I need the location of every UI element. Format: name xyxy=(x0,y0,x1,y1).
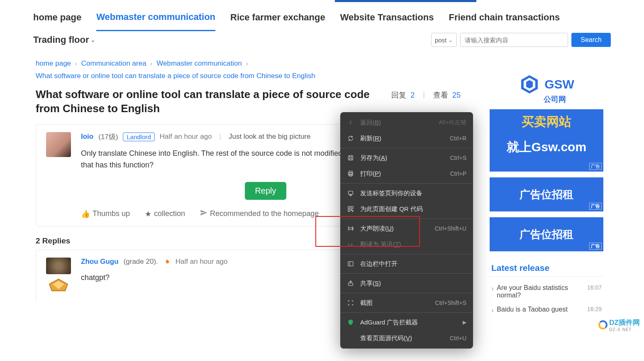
menu-item-print[interactable]: 打印(P)Ctrl+P xyxy=(340,166,473,182)
chevron-down-icon: ⌄ xyxy=(448,37,453,43)
sidebar: GSW 公司网 买卖网站 就上Gsw.com 广告 广告位招租 广告 广告位招租… xyxy=(490,59,603,317)
svg-rect-9 xyxy=(348,206,350,209)
reply-button[interactable]: Reply xyxy=(245,182,286,200)
menu-item-qr[interactable]: 为此页面创建 QR 代码 xyxy=(340,201,473,217)
ad-brand-sub: 公司网 xyxy=(544,94,566,104)
reply-author-avatar[interactable] xyxy=(46,258,71,274)
read-icon xyxy=(347,225,354,232)
landlord-badge: Landlord xyxy=(123,133,154,141)
menu-divider xyxy=(340,254,473,254)
breadcrumb-area[interactable]: Communication area xyxy=(81,59,146,68)
breadcrumb-forum[interactable]: Webmaster communication xyxy=(156,59,242,68)
svg-rect-7 xyxy=(349,191,353,194)
menu-item-label: 刷新(R) xyxy=(360,135,444,142)
chevron-down-icon: ⌄ xyxy=(90,37,95,43)
menu-item-label: 为此页面创建 QR 代码 xyxy=(360,205,466,213)
menu-shortcut: Alt+向左键 xyxy=(439,119,466,126)
menu-item-translate: aあ翻译为 英语(T) xyxy=(340,236,473,252)
thumbs-up-action[interactable]: 👍 Thumbs up xyxy=(81,209,130,219)
ad-slot-2[interactable]: 广告位招租 广告 xyxy=(490,177,603,211)
menu-item-send[interactable]: 发送标签页到你的设备 xyxy=(340,185,473,201)
big-picture-link[interactable]: Just look at the big picture xyxy=(229,133,311,141)
thread-stats: 回复 2 | 查看 25 xyxy=(391,90,461,100)
ad-slot-3[interactable]: 广告位招租 广告 xyxy=(490,217,603,251)
ad-tag: 广告 xyxy=(589,203,602,210)
latest-item[interactable]: › Baidu is a Taobao guest 16:29 xyxy=(490,302,603,317)
send-icon xyxy=(347,189,354,197)
recommend-action[interactable]: Recommended to the homepage xyxy=(200,209,319,219)
menu-item-label: 截图 xyxy=(360,299,429,307)
refresh-icon xyxy=(347,135,354,142)
nav-friend[interactable]: Friend chain transactions xyxy=(449,5,560,30)
menu-item-source[interactable]: 查看页面源代码(V)Ctrl+U xyxy=(340,330,473,346)
nav-trading-floor[interactable]: Trading floor ⌄ xyxy=(33,34,95,45)
ad-slot-2-text: 广告位招租 xyxy=(520,187,573,202)
menu-item-adguard[interactable]: AdGuard 广告拦截器▶ xyxy=(340,314,473,330)
menu-item-screenshot[interactable]: 截图Ctrl+Shift+S xyxy=(340,295,473,311)
qr-icon xyxy=(347,205,354,213)
breadcrumb-thread[interactable]: What software or online tool can transla… xyxy=(36,72,461,80)
adguard-icon xyxy=(347,319,354,326)
ad-line1: 买卖网站 xyxy=(490,109,603,135)
menu-item-read[interactable]: 大声朗读(U)Ctrl+Shift+U xyxy=(340,221,473,236)
stats-separator: | xyxy=(423,90,425,100)
menu-divider xyxy=(340,293,473,293)
menu-divider xyxy=(340,273,473,274)
blank-icon xyxy=(347,334,354,342)
thread-header: What software or online tool can transla… xyxy=(26,88,471,116)
nav-webmaster[interactable]: Webmaster communication xyxy=(96,4,215,31)
search-bar: post ⌄ Search xyxy=(431,33,611,47)
latest-item-time: 16:29 xyxy=(587,306,602,312)
watermark-text: DZ插件网 xyxy=(609,319,640,327)
author-link[interactable]: Ioio xyxy=(81,133,93,141)
collection-label: collection xyxy=(154,209,185,218)
ad-line2: 就上Gsw.com xyxy=(490,135,603,160)
search-button[interactable]: Search xyxy=(571,33,611,47)
share-icon xyxy=(347,280,354,287)
watermark: DZ插件网 DZ-X.NET xyxy=(598,318,640,332)
menu-item-label: 共享(S) xyxy=(360,280,466,287)
thumbs-up-icon: 👍 xyxy=(81,209,90,219)
menu-divider xyxy=(340,183,473,184)
latest-item[interactable]: › Are your Baidu statistics normal? 16:0… xyxy=(490,281,603,302)
nav-home[interactable]: home page xyxy=(33,5,81,30)
menu-divider xyxy=(340,219,473,219)
watermark-sub: DZ-X.NET xyxy=(609,327,640,332)
collection-action[interactable]: ★ collection xyxy=(145,209,185,219)
thread-title: What software or online tool can transla… xyxy=(36,88,379,116)
watermark-logo-icon xyxy=(598,320,607,329)
svg-text:a: a xyxy=(348,243,350,246)
view-label: 查看 xyxy=(433,91,448,99)
chevron-right-icon: › xyxy=(75,60,77,67)
latest-item-time: 16:07 xyxy=(587,284,602,291)
reply-author-link[interactable]: Zhou Gugu xyxy=(81,258,119,266)
menu-item-back: 返回(B)Alt+向左键 xyxy=(340,115,473,130)
back-icon xyxy=(347,119,354,126)
menu-item-share[interactable]: 共享(S) xyxy=(340,275,473,291)
search-type-select[interactable]: post ⌄ xyxy=(431,33,457,47)
menu-item-label: AdGuard 广告拦截器 xyxy=(360,319,457,327)
chevron-right-icon: › xyxy=(246,60,248,67)
menu-divider xyxy=(340,148,473,148)
svg-rect-13 xyxy=(352,211,353,211)
meta-separator: | xyxy=(220,133,221,141)
breadcrumb-home[interactable]: home page xyxy=(36,59,71,68)
search-input[interactable] xyxy=(460,33,568,47)
ad-gsw[interactable]: GSW 公司网 买卖网站 就上Gsw.com 广告 xyxy=(490,59,603,172)
menu-item-label: 另存为(A) xyxy=(360,154,444,162)
menu-item-label: 返回(B) xyxy=(360,119,433,127)
menu-item-saveas[interactable]: 另存为(A)Ctrl+S xyxy=(340,150,473,166)
secondary-nav: Trading floor ⌄ post ⌄ Search xyxy=(33,33,611,47)
recommend-label: Recommended to the homepage xyxy=(210,209,319,218)
nav-transactions[interactable]: Website Transactions xyxy=(340,5,434,30)
menu-item-sidebar[interactable]: 在边栏中打开 xyxy=(340,256,473,272)
rank-badge-icon xyxy=(46,277,71,293)
menu-item-refresh[interactable]: 刷新(R)Ctrl+R xyxy=(340,130,473,146)
saveas-icon xyxy=(347,154,354,162)
translate-icon: aあ xyxy=(347,241,354,248)
reply-author-level: (grade 20). xyxy=(124,258,158,266)
ad-tag: 广告 xyxy=(589,243,602,250)
thumbs-up-label: Thumbs up xyxy=(93,209,130,218)
nav-rice[interactable]: Rice farmer exchange xyxy=(230,5,325,30)
author-avatar[interactable] xyxy=(46,132,71,157)
